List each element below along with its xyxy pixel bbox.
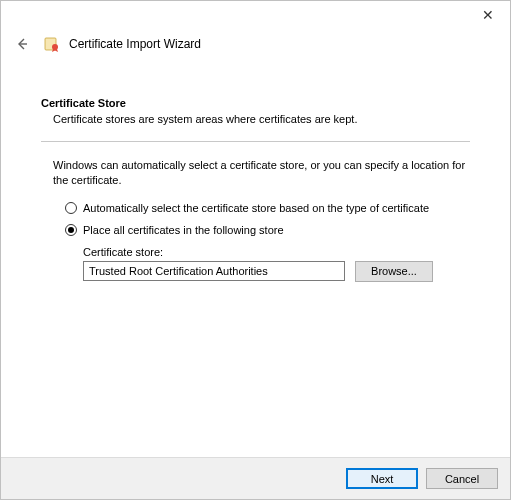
store-block: Certificate store: Browse...	[83, 246, 470, 282]
section-subtext: Certificate stores are system areas wher…	[53, 113, 470, 125]
radio-place-label: Place all certificates in the following …	[83, 224, 284, 236]
certificate-icon	[43, 35, 61, 53]
divider	[41, 141, 470, 142]
radio-icon	[65, 202, 77, 214]
wizard-title: Certificate Import Wizard	[69, 37, 201, 51]
radio-auto[interactable]: Automatically select the certificate sto…	[65, 202, 470, 214]
back-arrow-icon	[14, 36, 30, 52]
close-icon: ✕	[482, 7, 494, 23]
section-heading: Certificate Store	[41, 97, 470, 109]
content: Certificate Store Certificate stores are…	[1, 61, 510, 457]
radio-auto-label: Automatically select the certificate sto…	[83, 202, 429, 214]
radio-group: Automatically select the certificate sto…	[65, 202, 470, 236]
titlebar: ✕	[1, 1, 510, 31]
body-intro: Windows can automatically select a certi…	[53, 158, 470, 188]
radio-icon	[65, 224, 77, 236]
footer: Next Cancel	[1, 457, 510, 499]
next-button[interactable]: Next	[346, 468, 418, 489]
close-button[interactable]: ✕	[466, 1, 510, 29]
cancel-button[interactable]: Cancel	[426, 468, 498, 489]
browse-button[interactable]: Browse...	[355, 261, 433, 282]
store-input[interactable]	[83, 261, 345, 281]
store-label: Certificate store:	[83, 246, 470, 258]
back-button[interactable]	[13, 35, 31, 53]
radio-place[interactable]: Place all certificates in the following …	[65, 224, 470, 236]
header: Certificate Import Wizard	[1, 31, 510, 61]
